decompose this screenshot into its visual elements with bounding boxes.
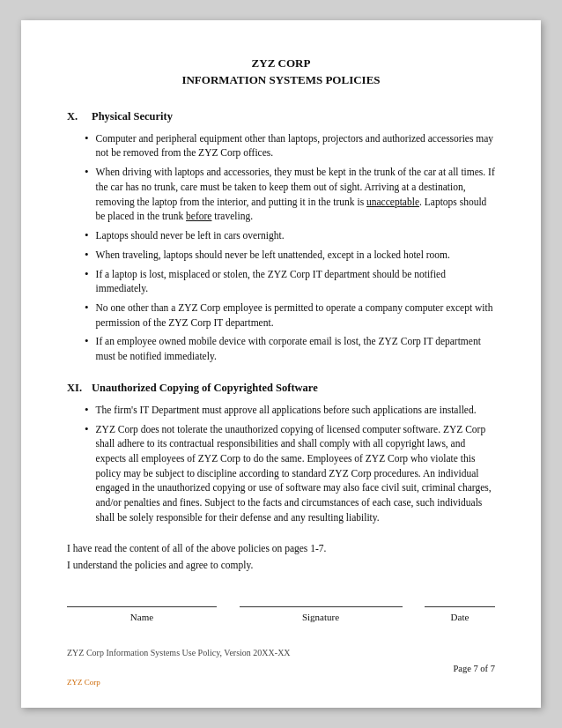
- document-header: ZYZ CORP INFORMATION SYSTEMS POLICIES: [67, 56, 495, 89]
- acknowledgment-line1: I have read the content of all of the ab…: [67, 540, 495, 556]
- section-x-bullets: Computer and peripheral equipment other …: [67, 131, 495, 364]
- section-xi-title: Unauthorized Copying of Copyrighted Soft…: [92, 380, 318, 396]
- signature-label: Signature: [302, 611, 339, 625]
- section-physical-security: X. Physical Security Computer and periph…: [67, 108, 495, 364]
- list-item: ZYZ Corp does not tolerate the unauthori…: [85, 422, 495, 525]
- name-label: Name: [130, 611, 153, 625]
- list-item: If a laptop is lost, misplaced or stolen…: [85, 267, 495, 296]
- section-x-title: Physical Security: [92, 108, 173, 124]
- section-xi-bullets: The firm's IT Department must approve al…: [67, 403, 495, 525]
- list-item: No one other than a ZYZ Corp employee is…: [85, 301, 495, 330]
- signature-field: Signature: [240, 606, 403, 625]
- page-number: Page 7 of 7: [67, 662, 495, 675]
- date-label: Date: [451, 611, 470, 625]
- section-unauthorized-copying: XI. Unauthorized Copying of Copyrighted …: [67, 380, 495, 525]
- section-x-number: X.: [67, 108, 92, 124]
- document-page: ZYZ CORP INFORMATION SYSTEMS POLICIES X.…: [21, 20, 541, 708]
- list-item: The firm's IT Department must approve al…: [85, 403, 495, 418]
- section-xi-number: XI.: [67, 380, 92, 396]
- company-name: ZYZ CORP: [67, 56, 495, 72]
- list-item: When traveling, laptops should never be …: [85, 248, 495, 263]
- acknowledgment-line2: I understand the policies and agree to c…: [67, 557, 495, 573]
- section-x-heading: X. Physical Security: [67, 108, 495, 124]
- acknowledgment-section: I have read the content of all of the ab…: [67, 540, 495, 573]
- list-item: Laptops should never be left in cars ove…: [85, 228, 495, 243]
- section-xi-heading: XI. Unauthorized Copying of Copyrighted …: [67, 380, 495, 396]
- signature-line: [240, 606, 403, 607]
- version-text: ZYZ Corp Information Systems Use Policy,…: [67, 647, 495, 660]
- document-title: INFORMATION SYSTEMS POLICIES: [67, 72, 495, 89]
- date-field: Date: [425, 606, 495, 625]
- list-item: Computer and peripheral equipment other …: [85, 131, 495, 160]
- list-item: If an employee owned mobile device with …: [85, 334, 495, 363]
- footer-logo: ZYZ Corp: [67, 677, 495, 688]
- date-line: [425, 606, 495, 607]
- list-item: When driving with laptops and accessorie…: [85, 165, 495, 224]
- signature-area: Name Signature Date: [67, 606, 495, 625]
- document-footer: ZYZ Corp Information Systems Use Policy,…: [67, 647, 495, 688]
- name-field: Name: [67, 606, 217, 625]
- name-line: [67, 606, 217, 607]
